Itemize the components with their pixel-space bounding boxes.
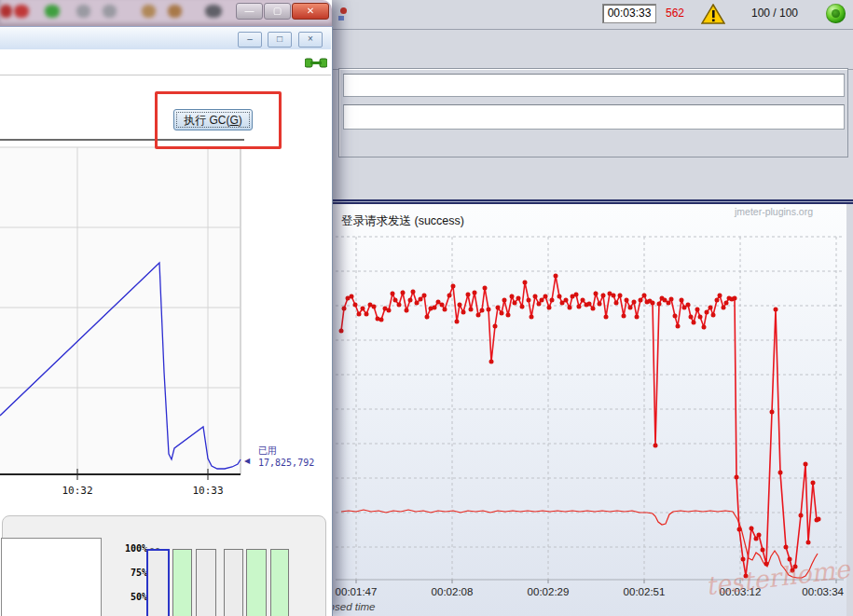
current-value-arrow-icon: ◀ [244,457,250,465]
fields-panel [338,68,848,157]
toolbar-app-icon[interactable] [0,5,12,18]
name-field[interactable] [343,74,845,97]
red-annotation-rectangle [155,91,282,149]
pool-scale-label: 50% [101,592,147,602]
error-count[interactable]: 562 [666,7,684,20]
toolbar-app-icon[interactable] [45,5,60,18]
toolbar-app-icon[interactable] [142,5,156,18]
memory-pool-bar[interactable] [146,549,170,616]
memory-x-tick: 10:32 [62,485,92,497]
warning-icon[interactable] [701,4,725,24]
thread-count: 100 / 100 [751,7,798,20]
toolbar-app-icon[interactable] [168,5,182,18]
toolbar-app-icon[interactable] [76,5,90,18]
memory-x-tick: 10:33 [192,485,223,497]
memory-pool-bar[interactable] [196,549,216,616]
outer-close-button[interactable]: ✕ [292,3,329,20]
comment-field[interactable] [343,104,845,130]
toolbar-app-icon[interactable] [103,5,117,18]
pool-scale-label: 100% [101,543,147,554]
pool-detail-box [1,538,102,616]
outer-minimize-button[interactable]: — [236,3,263,20]
toolbar-app-icon[interactable] [14,5,29,18]
elapsed-time-box: 00:03:33 [602,4,656,23]
outer-maximize-button[interactable]: ▢ [264,3,291,20]
memory-pool-bar[interactable] [224,549,243,616]
response-over-time-chart [328,204,853,616]
outer-window-toolbar: — ▢ ✕ [0,0,332,26]
toolbar-partial-icon [338,16,344,21]
pool-scale-label: 75% [101,568,147,578]
x-tick-label: 00:02:08 [432,586,474,597]
toolbar-app-icon[interactable] [205,5,222,18]
used-text: 已用 [258,445,314,457]
toolbar-separator [328,29,853,30]
memory-pool-bar[interactable] [246,549,267,616]
toolbar-stop-icon[interactable] [340,7,347,14]
x-tick-label: 00:01:47 [336,586,378,597]
jconsole-internal-frame: – □ × 执行 GC(G) 10:3210:33 ◀ [0,26,333,616]
used-value: 17,825,792 [258,457,314,469]
used-memory-label: 已用 17,825,792 [258,445,314,469]
screen: 00:03:33 562 100 / 100 登录请求发送 (success) … [0,0,853,616]
test-running-indicator-icon [826,4,846,23]
x-tick-label: 00:02:29 [528,586,570,597]
jconsole-window: — ▢ ✕ – □ × 执行 GC(G) [0,0,332,616]
x-tick-label: 00:02:51 [624,586,666,597]
memory-pool-bar[interactable] [270,549,289,616]
indicator-core [832,9,840,18]
memory-pool-bar[interactable] [172,549,192,616]
